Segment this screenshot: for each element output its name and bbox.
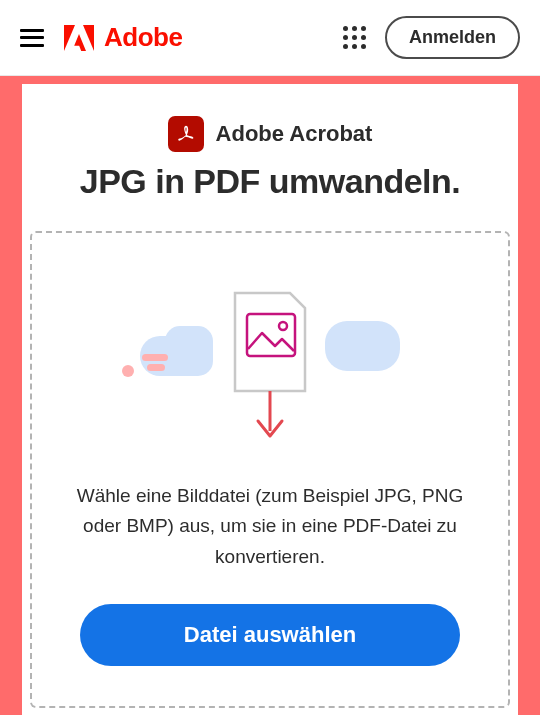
header-bar: Adobe Anmelden [0, 0, 540, 76]
adobe-logo-icon [64, 25, 94, 51]
adobe-logo[interactable]: Adobe [64, 22, 182, 53]
adobe-logo-text: Adobe [104, 22, 182, 53]
main-area: Adobe Acrobat JPG in PDF umwandeln. [0, 76, 540, 715]
svg-rect-6 [147, 364, 165, 371]
select-file-button[interactable]: Datei auswählen [80, 604, 460, 666]
page-title: JPG in PDF umwandeln. [22, 162, 518, 201]
signin-button[interactable]: Anmelden [385, 16, 520, 59]
file-illustration [120, 281, 420, 441]
svg-point-7 [122, 365, 134, 377]
app-name-row: Adobe Acrobat [22, 116, 518, 152]
tool-panel: Adobe Acrobat JPG in PDF umwandeln. [22, 92, 518, 715]
header-right: Anmelden [343, 16, 520, 59]
svg-rect-2 [325, 321, 400, 371]
acrobat-icon [168, 116, 204, 152]
svg-rect-5 [142, 354, 168, 361]
svg-rect-1 [165, 326, 213, 376]
dropzone[interactable]: Wähle eine Bilddatei (zum Beispiel JPG, … [30, 231, 510, 708]
menu-icon[interactable] [20, 29, 44, 47]
apps-grid-icon[interactable] [343, 26, 367, 50]
instructions-text: Wähle eine Bilddatei (zum Beispiel JPG, … [60, 481, 480, 572]
app-name-label: Adobe Acrobat [216, 121, 373, 147]
header-left: Adobe [20, 22, 182, 53]
